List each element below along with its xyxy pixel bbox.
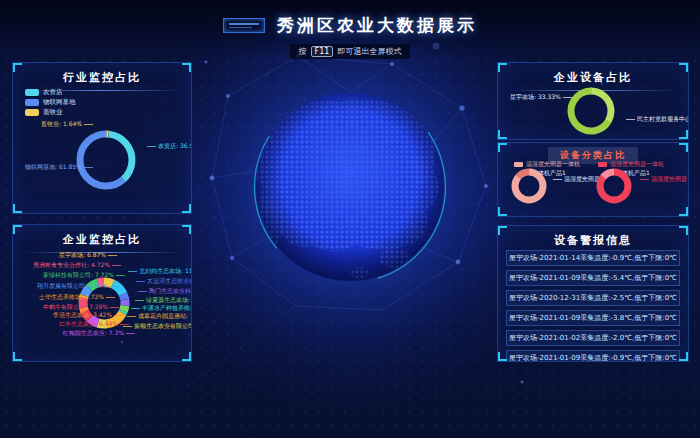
industry-donut-chart[interactable] <box>73 127 139 193</box>
legend-swatch <box>25 99 39 106</box>
chart-label: 北刘鸽生态农场: 11.16% <box>128 268 192 275</box>
alarm-row: 星宇农场-2020-12-31采集温度:-2.5℃,低于下限:0℃ <box>506 290 680 306</box>
corner-decoration <box>182 63 191 72</box>
panel-device-classification: 设备分类占比 温湿度光照器一体机 一体机产品1 温湿度光照器一 温湿度光照器一体… <box>497 142 689 217</box>
chart-label: 星宇农场: 6.87% <box>59 252 117 259</box>
corner-decoration <box>498 143 507 152</box>
corner-decoration <box>679 226 688 235</box>
corner-decoration <box>13 352 22 361</box>
chart-label: 李强生态农场: 3.42% <box>53 312 123 319</box>
panel-device-alarms: 设备警报信息 星宇农场-2021-01-14采集温度:-0.9℃,低于下限:0℃… <box>497 225 689 362</box>
chart-label: 成章花卉园直播站: 15.02% <box>127 313 192 320</box>
legend-label: 农资店 <box>43 89 63 96</box>
corner-decoration <box>13 225 22 234</box>
chart-label: 星宇农场: 33.33% <box>510 94 572 101</box>
alarm-list: 星宇农场-2021-01-14采集温度:-0.9℃,低于下限:0℃ 星宇农场-2… <box>506 250 680 362</box>
legend-label: 畜牧业 <box>43 109 63 116</box>
legend-swatch <box>25 89 39 96</box>
logo-badge <box>223 18 265 33</box>
fullscreen-hint-row: 按F11即可退出全屏模式 <box>0 39 700 59</box>
panel-equipment-ratio: 企业设备占比 星宇农场: 33.33% 民主村党群服务中心: <box>497 62 689 140</box>
legend-item[interactable]: 物联网基地 <box>25 99 76 106</box>
f11-key-badge: F11 <box>311 46 334 57</box>
corner-decoration <box>498 130 507 139</box>
corner-decoration <box>498 63 507 72</box>
corner-decoration <box>498 352 507 361</box>
panel-title: 设备警报信息 <box>498 226 688 248</box>
hint-suffix: 即可退出全屏模式 <box>337 47 401 56</box>
legend-swatch <box>25 109 39 116</box>
alarm-row: 星宇农场-2021-01-02采集温度:-2.0℃,低于下限:0℃ <box>506 330 680 346</box>
chart-label: 士华生态养殖场: 1.72% <box>39 294 115 301</box>
corner-decoration <box>679 207 688 216</box>
corner-decoration <box>13 204 22 213</box>
chart-label: 中鹤牛有限公司: 7.29% <box>43 304 119 311</box>
page-title: 秀洲区农业大数据展示 <box>277 14 477 37</box>
chart-label: 振顺生态农业有限公司: 6.87% <box>123 323 192 330</box>
alarm-row: 星宇农场-2021-01-09采集温度:-0.9℃,低于下限:0℃ <box>506 350 680 362</box>
corner-decoration <box>679 143 688 152</box>
panel-industry-ratio: 行业监控占比 农资店 物联网基地 畜牧业 畜牧业: 1.64% 农资店: 36.… <box>12 62 192 214</box>
corner-decoration <box>498 226 507 235</box>
alarm-row: 星宇农场-2021-01-14采集温度:-0.9℃,低于下限:0℃ <box>506 250 680 266</box>
chart-label: 物联网基地: 61.85% <box>25 164 93 171</box>
corner-decoration <box>182 352 191 361</box>
legend-label: 物联网基地 <box>43 99 76 106</box>
corner-decoration <box>182 204 191 213</box>
corner-decoration <box>498 207 507 216</box>
chart-label: 家绿科技有限公司: 7.72% <box>43 272 125 279</box>
panel-enterprise-ratio: 企业监控占比 星宇农场: 6.87% 秀洲粮食专业合作社: 4.72% 家绿科技… <box>12 224 192 362</box>
panel-title: 企业监控占比 <box>13 225 191 247</box>
chart-label: 秀洲粮食专业合作社: 4.72% <box>33 262 121 269</box>
chart-label: 绿康源生态农场: 4.29 <box>135 297 192 304</box>
alarm-row: 星宇农场-2021-01-09采集温度:-5.4℃,低于下限:0℃ <box>506 270 680 286</box>
legend-item[interactable]: 农资店 <box>25 89 76 96</box>
panel-title: 行业监控占比 <box>13 63 191 85</box>
chart-label: 丰溪水产种植养殖场: 1. <box>131 305 192 312</box>
industry-legend: 农资店 物联网基地 畜牧业 <box>25 89 76 116</box>
chart-label: 红梅园生态农业: 7.3% <box>63 330 135 337</box>
chart-label: 畜牧业: 1.64% <box>41 121 93 128</box>
chart-label: 民主村党群服务中心: <box>626 116 689 123</box>
classification-right-donut[interactable] <box>593 165 635 207</box>
fullscreen-hint: 按F11即可退出全屏模式 <box>290 44 411 59</box>
chart-label: 仁丰生态农业: 6.44% <box>59 321 129 328</box>
corner-decoration <box>679 352 688 361</box>
chart-label: 农资店: 36.51% <box>147 143 192 150</box>
chart-label: 大运河生态牧业有限责任公 <box>136 278 192 285</box>
header: 秀洲区农业大数据展示 <box>0 14 700 37</box>
chart-label: 温湿度光照器一 <box>640 176 689 183</box>
chart-label: 陶门生态农业科技有限公 <box>138 288 192 295</box>
corner-decoration <box>182 225 191 234</box>
chart-label: 翔升发展有限公司: 6.87% <box>37 283 119 290</box>
alarm-row: 星宇农场-2021-01-09采集温度:-3.8℃,低于下限:0℃ <box>506 310 680 326</box>
corner-decoration <box>679 130 688 139</box>
legend-item[interactable]: 畜牧业 <box>25 109 76 116</box>
classification-left-donut[interactable] <box>508 165 550 207</box>
corner-decoration <box>13 63 22 72</box>
panel-title: 企业设备占比 <box>498 63 688 85</box>
hint-prefix: 按 <box>299 47 307 56</box>
corner-decoration <box>679 63 688 72</box>
equipment-donut-chart[interactable] <box>564 84 618 138</box>
